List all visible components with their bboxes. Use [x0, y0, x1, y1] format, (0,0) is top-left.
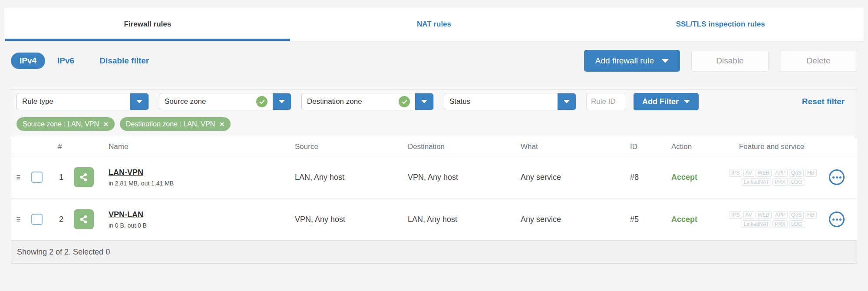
- row-cell-features: IPS AV WEB APP QoS HB LinkedNAT PRX LOG: [717, 211, 829, 228]
- drag-handle-icon[interactable]: [17, 217, 20, 222]
- feature-badge: AV: [743, 169, 754, 177]
- header-feature: Feature and service: [717, 142, 829, 151]
- status-dropdown[interactable]: Status: [444, 93, 576, 110]
- share-icon[interactable]: [74, 167, 94, 187]
- destination-zone-dropdown[interactable]: Destination zone: [301, 93, 434, 110]
- add-filter-label: Add Filter: [642, 97, 679, 106]
- row-cell-menu: [829, 169, 857, 185]
- feature-badge: APP: [773, 211, 788, 219]
- feature-badge: QoS: [789, 211, 804, 219]
- feature-badge: LOG: [789, 178, 804, 186]
- row-cell-id: #8: [630, 173, 671, 182]
- remove-chip-icon[interactable]: ✕: [219, 121, 224, 127]
- table-header: # Name Source Destination What ID Action…: [11, 137, 857, 156]
- header-num: #: [49, 142, 74, 151]
- feature-badge: IPS: [729, 169, 742, 177]
- feature-badge: HB: [805, 169, 817, 177]
- source-zone-expand-button[interactable]: [273, 93, 291, 110]
- feature-badge: PRX: [772, 178, 788, 186]
- disable-filter-link[interactable]: Disable filter: [99, 56, 149, 66]
- feature-badge: APP: [773, 169, 788, 177]
- feature-badges-line1: IPS AV WEB APP QoS HB: [729, 211, 817, 219]
- row-cell-source: LAN, Any host: [295, 173, 408, 182]
- rule-id-input[interactable]: [586, 93, 626, 110]
- rule-traffic: in 2.81 MB, out 1.41 MB: [109, 180, 295, 187]
- tab-firewall-rules[interactable]: Firewall rules: [4, 8, 291, 41]
- tab-label: Firewall rules: [124, 20, 172, 29]
- feature-badge: IPS: [729, 211, 742, 219]
- tab-nat-rules[interactable]: NAT rules: [291, 8, 578, 41]
- feature-badge: QoS: [789, 169, 804, 177]
- row-cell-icon: [74, 167, 109, 187]
- rule-type-dropdown[interactable]: Rule type: [17, 93, 149, 110]
- feature-badge: WEB: [756, 169, 772, 177]
- table-row: 1 LAN-VPN in 2.81 MB, out 1.41 MB LAN, A…: [11, 156, 857, 198]
- add-firewall-rule-button[interactable]: Add firewall rule: [584, 50, 680, 72]
- drag-handle-icon[interactable]: [17, 175, 20, 179]
- status-expand-button[interactable]: [558, 93, 576, 110]
- table-footer: Showing 2 of 2. Selected 0: [11, 241, 857, 263]
- feature-badge: PRX: [772, 220, 788, 228]
- filter-chip-destination-zone[interactable]: Destination zone : LAN, VPN ✕: [120, 117, 231, 131]
- row-cell-source: VPN, Any host: [295, 215, 408, 224]
- row-menu-ellipsis-button[interactable]: [829, 212, 845, 227]
- row-cell-destination: VPN, Any host: [408, 173, 521, 182]
- row-cell-action: Accept: [671, 215, 717, 224]
- tab-bar: Firewall rules NAT rules SSL/TLS inspect…: [4, 8, 864, 41]
- feature-badge: HB: [805, 211, 817, 219]
- row-checkbox[interactable]: [31, 214, 43, 225]
- row-cell-menu: [829, 212, 857, 227]
- reset-filter-link[interactable]: Reset filter: [802, 97, 845, 106]
- chip-label: Destination zone : LAN, VPN: [126, 120, 215, 128]
- row-checkbox[interactable]: [31, 172, 43, 183]
- status-field: Status: [444, 93, 558, 110]
- showing-status-text: Showing 2 of 2. Selected 0: [17, 248, 110, 257]
- chevron-down-icon: [564, 100, 570, 103]
- feature-badges-line2: LinkedNAT PRX LOG: [742, 220, 805, 228]
- feature-badge: LinkedNAT: [742, 220, 771, 228]
- rule-type-expand-button[interactable]: [130, 93, 149, 110]
- rule-traffic: in 0 B, out 0 B: [109, 222, 295, 229]
- chevron-down-icon: [136, 100, 142, 103]
- filter-area: Rule type Source zone: [11, 89, 857, 137]
- feature-badge: LOG: [789, 220, 804, 228]
- chevron-down-icon: [421, 100, 427, 103]
- row-cell-select: [25, 172, 49, 183]
- row-menu-ellipsis-button[interactable]: [829, 169, 845, 185]
- add-filter-button[interactable]: Add Filter: [634, 93, 699, 110]
- tab-label: SSL/TLS inspection rules: [676, 20, 765, 29]
- dropdown-label: Rule type: [22, 97, 125, 106]
- remove-chip-icon[interactable]: ✕: [103, 121, 109, 127]
- feature-badge: WEB: [756, 211, 772, 219]
- ipv6-toggle[interactable]: IPv6: [57, 56, 74, 66]
- rule-name-link[interactable]: LAN-VPN: [109, 168, 295, 177]
- share-icon[interactable]: [74, 209, 94, 229]
- firewall-page: Firewall rules NAT rules SSL/TLS inspect…: [0, 0, 868, 291]
- header-destination: Destination: [408, 142, 521, 151]
- dropdown-label: Source zone: [165, 97, 253, 106]
- row-cell-handle: [11, 216, 25, 222]
- delete-button[interactable]: Delete: [780, 50, 857, 72]
- filter-chip-source-zone[interactable]: Source zone : LAN, VPN ✕: [17, 117, 115, 131]
- dropdown-label: Status: [449, 97, 552, 106]
- tab-ssl-tls-inspection-rules[interactable]: SSL/TLS inspection rules: [577, 8, 864, 41]
- tab-label: NAT rules: [417, 20, 451, 29]
- row-cell-destination: LAN, Any host: [408, 215, 521, 224]
- filter-row: Rule type Source zone: [17, 93, 852, 110]
- ipv4-toggle[interactable]: IPv4: [11, 53, 45, 69]
- feature-badge: LinkedNAT: [742, 178, 771, 186]
- rule-name-link[interactable]: VPN-LAN: [109, 210, 295, 219]
- row-cell-what: Any service: [521, 173, 630, 182]
- feature-badge: AV: [743, 211, 754, 219]
- feature-badges-line1: IPS AV WEB APP QoS HB: [729, 169, 817, 177]
- disable-button[interactable]: Disable: [691, 50, 769, 72]
- rule-type-field: Rule type: [17, 93, 130, 110]
- rules-panel: Rule type Source zone: [11, 89, 857, 264]
- row-cell-name: LAN-VPN in 2.81 MB, out 1.41 MB: [109, 168, 295, 187]
- add-firewall-rule-label: Add firewall rule: [595, 56, 654, 66]
- destination-zone-expand-button[interactable]: [415, 93, 433, 110]
- filter-active-check-icon: [256, 96, 267, 107]
- source-zone-dropdown[interactable]: Source zone: [159, 93, 291, 110]
- row-cell-name: VPN-LAN in 0 B, out 0 B: [109, 210, 295, 229]
- feature-badges-line2: LinkedNAT PRX LOG: [742, 178, 805, 186]
